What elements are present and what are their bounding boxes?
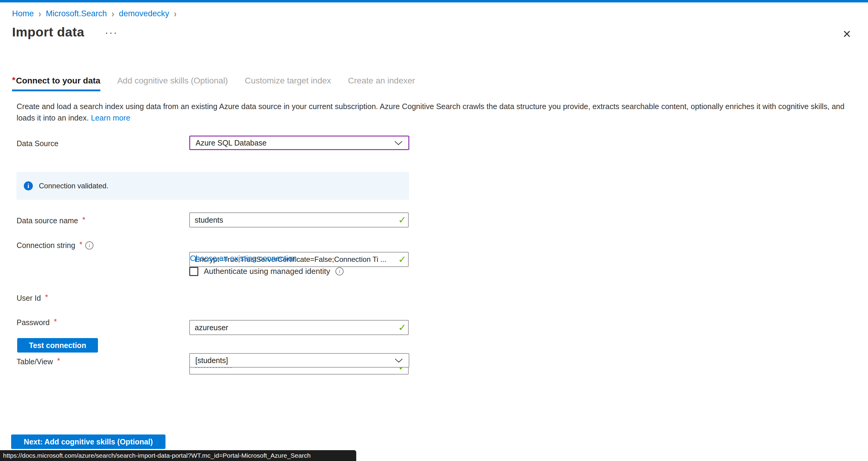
data-source-name-label: Data source name*	[17, 216, 85, 225]
required-asterisk: *	[45, 293, 48, 302]
tab-create-an-indexer[interactable]: Create an indexer	[348, 76, 415, 91]
table-view-dropdown[interactable]: [students]	[189, 353, 409, 368]
close-icon[interactable]: ×	[839, 26, 855, 41]
status-url: https://docs.microsoft.com/azure/search/…	[3, 452, 311, 459]
import-data-page: Home › Microsoft.Search › demovedecky › …	[0, 0, 868, 461]
tab-bar: *Connect to your data Add cognitive skil…	[12, 76, 415, 91]
password-label: Password*	[17, 318, 57, 327]
managed-identity-checkbox[interactable]	[189, 267, 198, 276]
tab-customize-target-index[interactable]: Customize target index	[245, 76, 331, 91]
managed-identity-label: Authenticate using managed identity	[204, 267, 330, 276]
breadcrumb-link-home[interactable]: Home	[12, 9, 34, 19]
chevron-right-icon: ›	[173, 8, 177, 19]
info-outline-icon[interactable]: i	[336, 267, 344, 275]
page-title: Import data	[12, 25, 84, 39]
required-asterisk: *	[54, 317, 57, 326]
more-options-icon[interactable]: ···	[105, 27, 118, 38]
info-outline-icon[interactable]: i	[85, 241, 93, 249]
chevron-right-icon: ›	[111, 8, 115, 19]
required-asterisk: *	[80, 240, 83, 249]
data-source-label: Data Source	[17, 139, 59, 148]
info-filled-icon: i	[24, 181, 33, 190]
required-asterisk: *	[82, 215, 85, 224]
connection-validated-banner: i Connection validated.	[17, 172, 409, 200]
table-view-value: [students]	[195, 356, 228, 365]
required-asterisk: *	[57, 357, 60, 365]
top-accent-bar	[0, 0, 868, 2]
breadcrumb-link-microsoft-search[interactable]: Microsoft.Search	[46, 9, 107, 19]
chevron-down-icon	[394, 140, 403, 146]
link-preview-statusbar: https://docs.microsoft.com/azure/search/…	[0, 450, 356, 461]
tab-connect-to-your-data[interactable]: *Connect to your data	[12, 76, 100, 91]
user-id-input[interactable]	[189, 320, 409, 335]
chevron-right-icon: ›	[38, 8, 41, 19]
intro-text: Create and load a search index using dat…	[17, 101, 861, 124]
test-connection-button[interactable]: Test connection	[17, 338, 98, 352]
table-view-label: Table/View*	[17, 357, 60, 366]
data-source-dropdown[interactable]: Azure SQL Database	[189, 135, 409, 150]
user-id-label: User Id*	[17, 294, 48, 303]
user-id-field-wrap: ✓	[189, 320, 409, 335]
data-source-name-field-wrap: ✓	[189, 212, 409, 227]
breadcrumb-link-demovedecky[interactable]: demovedecky	[119, 9, 169, 19]
choose-existing-connection-link[interactable]: Choose an existing connection	[190, 254, 297, 263]
breadcrumb: Home › Microsoft.Search › demovedecky ›	[12, 9, 177, 19]
tab-add-cognitive-skills[interactable]: Add cognitive skills (Optional)	[117, 76, 228, 91]
connection-string-label: Connection string* i	[17, 241, 93, 250]
next-add-cognitive-skills-button[interactable]: Next: Add cognitive skills (Optional)	[11, 434, 165, 449]
data-source-name-input[interactable]	[189, 212, 409, 227]
banner-message: Connection validated.	[39, 182, 108, 190]
chevron-down-icon	[394, 358, 403, 363]
required-asterisk: *	[12, 75, 16, 85]
data-source-value: Azure SQL Database	[195, 139, 267, 147]
learn-more-link[interactable]: Learn more	[91, 114, 130, 122]
managed-identity-row: Authenticate using managed identity i	[189, 267, 344, 276]
